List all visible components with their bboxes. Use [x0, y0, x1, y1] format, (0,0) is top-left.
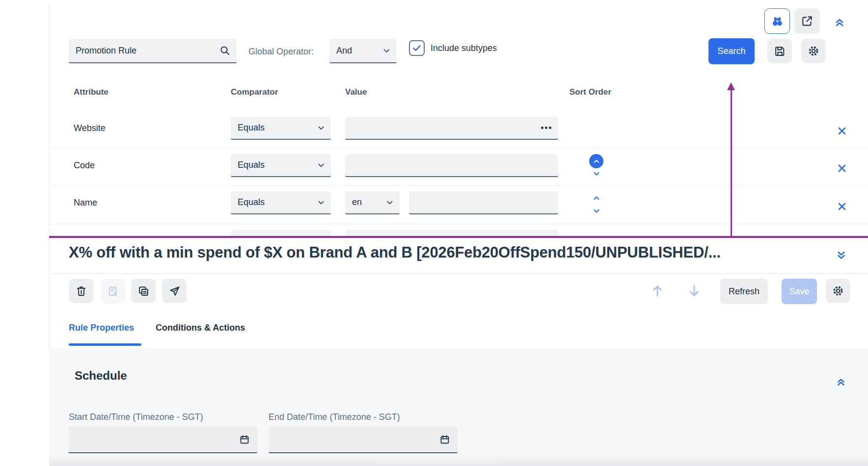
close-icon [837, 163, 847, 174]
value-input[interactable] [409, 197, 558, 207]
end-datetime-input[interactable] [269, 434, 439, 444]
copy-icon [137, 285, 150, 297]
expand-title-button[interactable] [834, 248, 848, 262]
global-operator-value: And [336, 46, 352, 56]
comparator-select[interactable]: Equals [231, 191, 331, 214]
chevron-down-icon [592, 169, 601, 179]
copy-rule-button[interactable] [131, 279, 156, 303]
promotion-rule-workspace: Global Operator: And Include subtypes Se… [0, 0, 868, 466]
value-input[interactable] [345, 160, 558, 170]
save-search-button[interactable] [767, 39, 792, 63]
chevron-up-icon [592, 193, 601, 203]
schedule-heading: Schedule [75, 369, 127, 383]
chevron-down-icon [317, 161, 325, 169]
comparator-select[interactable]: Equals [231, 117, 331, 140]
remove-row-button[interactable] [836, 162, 848, 175]
tab-rule-properties[interactable]: Rule Properties [69, 323, 134, 333]
comparator-select[interactable] [231, 230, 331, 236]
end-datetime-field[interactable] [269, 426, 458, 453]
close-icon [837, 201, 847, 212]
comparator-value: Equals [238, 197, 265, 207]
chevron-down-icon [317, 199, 325, 207]
delete-rule-button[interactable] [69, 279, 93, 303]
trash-icon [75, 285, 87, 297]
collapse-search-panel-button[interactable] [832, 15, 847, 29]
value-field[interactable] [345, 230, 558, 236]
checkmark-icon [411, 43, 422, 53]
value-field[interactable] [409, 191, 558, 214]
drag-marker-arrowhead-icon [727, 82, 735, 90]
tab-conditions-actions[interactable]: Conditions & Actions [156, 323, 245, 333]
section-divider [49, 273, 868, 274]
arrow-up-icon [650, 283, 665, 299]
deactivate-rule-button [101, 279, 125, 303]
start-datetime-label: Start Date/Time (Timezone - SGT) [69, 411, 203, 423]
row-attribute-label: Code [74, 154, 201, 177]
share-export-icon [801, 15, 814, 27]
chevron-down-icon [592, 206, 601, 216]
sort-descending-button[interactable] [591, 169, 602, 179]
search-input[interactable] [69, 46, 219, 56]
column-header-value: Value [345, 87, 367, 97]
sort-ascending-button[interactable] [591, 193, 602, 203]
value-input[interactable] [345, 123, 541, 133]
calendar-icon[interactable] [439, 434, 451, 445]
panel-split-divider[interactable] [49, 236, 868, 238]
double-chevron-up-icon [835, 376, 847, 388]
value-picker-dots-icon[interactable] [541, 127, 551, 129]
double-chevron-up-icon [833, 16, 846, 28]
gear-icon [807, 45, 820, 57]
comparator-select[interactable]: Equals [231, 154, 331, 177]
publish-rule-button[interactable] [162, 279, 187, 303]
double-chevron-down-icon [835, 249, 847, 261]
rule-title: X% off with a min spend of $X on Brand A… [69, 244, 721, 261]
save-icon [774, 45, 786, 57]
row-divider [49, 224, 868, 224]
deactivate-icon [107, 285, 119, 297]
start-datetime-input[interactable] [68, 434, 239, 444]
row-divider [49, 185, 868, 186]
drag-marker-line [731, 90, 732, 236]
share-export-button[interactable] [794, 8, 820, 34]
global-operator-label: Global Operator: [248, 40, 314, 63]
remove-row-button[interactable] [836, 125, 848, 137]
chevron-down-icon [317, 124, 325, 132]
active-tab-underline [69, 343, 141, 346]
value-reference-field[interactable] [345, 117, 558, 140]
binoculars-icon [771, 15, 784, 28]
advanced-search-toggle-button[interactable] [764, 8, 790, 34]
chevron-up-icon [592, 157, 601, 166]
move-rule-up-button [649, 282, 666, 300]
include-subtypes-label: Include subtypes [431, 40, 497, 56]
start-datetime-field[interactable] [68, 426, 257, 453]
sort-ascending-button[interactable] [589, 154, 603, 168]
calendar-icon[interactable] [239, 434, 250, 445]
search-settings-button[interactable] [801, 39, 826, 63]
chevron-down-icon [386, 199, 394, 207]
search-input-field [69, 39, 237, 63]
comparator-value: Equals [238, 123, 265, 133]
close-icon [837, 126, 847, 136]
sort-descending-button[interactable] [591, 206, 602, 216]
language-value: en [352, 197, 362, 207]
comparator-value: Equals [238, 160, 265, 170]
save-rule-button: Save [782, 279, 817, 304]
language-select[interactable]: en [345, 191, 400, 214]
row-attribute-label: Website [74, 117, 201, 140]
rule-settings-button[interactable] [826, 279, 850, 303]
search-icon[interactable] [219, 45, 231, 56]
global-operator-select[interactable]: And [329, 39, 397, 63]
column-header-attribute: Attribute [74, 87, 108, 97]
search-button[interactable]: Search [708, 38, 755, 64]
include-subtypes-checkbox[interactable] [409, 40, 425, 56]
row-divider [49, 148, 868, 149]
refresh-button[interactable]: Refresh [720, 279, 768, 304]
panel-bottom-fade [49, 455, 868, 466]
publish-paper-plane-icon [168, 285, 181, 297]
column-header-sort-order: Sort Order [570, 87, 611, 97]
row-attribute-label: Name [74, 191, 201, 214]
value-field[interactable] [345, 154, 558, 177]
collapse-schedule-button[interactable] [834, 374, 848, 389]
remove-row-button[interactable] [836, 200, 848, 213]
arrow-down-icon [686, 283, 702, 299]
